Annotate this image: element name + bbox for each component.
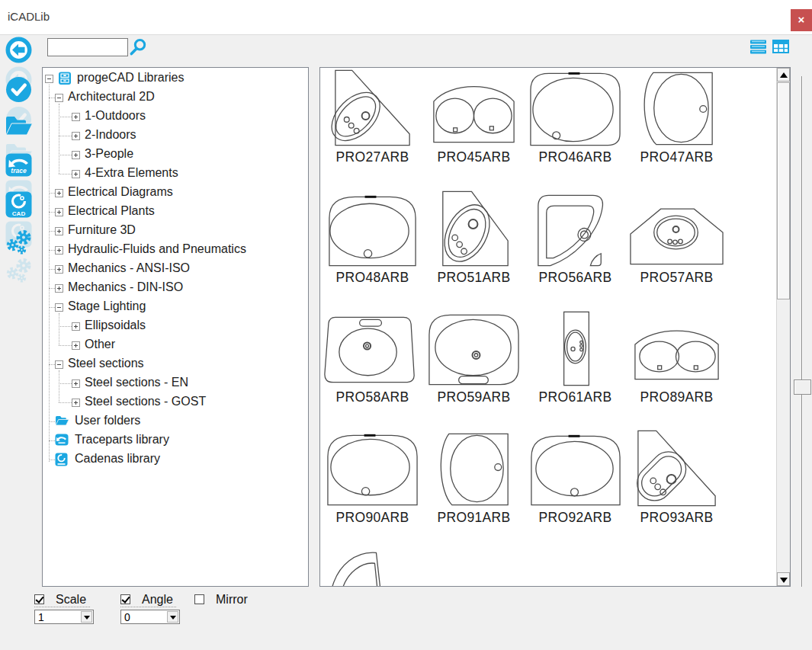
expand-box-icon[interactable] — [72, 322, 80, 331]
tree-item-label[interactable]: Stage Lighting — [68, 299, 146, 313]
tree-item-architectural-2d[interactable]: Architectural 2D — [43, 88, 308, 107]
tree-item-mechanics-din-iso[interactable]: Mechanics - DIN-ISO — [43, 279, 308, 298]
tree-item-label[interactable]: 2-Indoors — [85, 128, 136, 142]
tree-item-label[interactable]: Cadenas library — [75, 452, 160, 466]
expand-box-icon[interactable] — [72, 399, 80, 407]
block-thumbnail-pro57arb[interactable]: PRO57ARB — [626, 189, 727, 309]
tree-item-label[interactable]: Mechanics - DIN-ISO — [68, 280, 183, 294]
collapse-box-icon[interactable] — [55, 94, 63, 102]
tree-item-label[interactable]: Hydraulic-Fluids and Pneumatics — [68, 242, 246, 256]
tree-item-traceparts-library[interactable]: Traceparts library — [43, 431, 308, 450]
block-thumbnail-pro56arb[interactable]: PRO56ARB — [525, 189, 626, 309]
collapse-box-icon[interactable] — [45, 75, 53, 83]
tree-item-4-extra-elements[interactable]: 4-Extra Elements — [43, 165, 308, 184]
expand-box-icon[interactable] — [72, 379, 80, 388]
expand-box-icon[interactable] — [55, 208, 63, 216]
collapse-box-icon[interactable] — [55, 360, 63, 369]
collapse-box-icon[interactable] — [55, 303, 63, 312]
block-thumbnail-pro47arb[interactable]: PRO47ARB — [626, 69, 727, 189]
tree-item-label[interactable]: Other — [85, 338, 115, 351]
block-thumbnail-pro90arb[interactable]: PRO90ARB — [322, 429, 423, 549]
thumbnail-size-slider-track[interactable] — [801, 76, 803, 587]
tree-item-other[interactable]: Other — [43, 336, 308, 355]
tree-item-user-folders[interactable]: User folders — [43, 412, 308, 431]
tree-connector-stub — [49, 459, 55, 460]
tree-item-1-outdoors[interactable]: 1-Outdoors — [43, 107, 308, 126]
icadlib-window: { "window": { "title": "iCADLib" }, "ico… — [0, 0, 812, 650]
tree-item-progecad-libraries[interactable]: progeCAD Libraries — [43, 69, 308, 88]
tree-item-label[interactable]: 1-Outdoors — [85, 109, 146, 123]
expand-box-icon[interactable] — [55, 227, 63, 235]
scale-value: 1 — [38, 611, 44, 623]
list-view-icon[interactable] — [750, 40, 767, 55]
search-input[interactable] — [47, 38, 128, 56]
tree-item-label[interactable]: Electrical Diagrams — [68, 185, 173, 199]
block-thumbnail-pro51arb[interactable]: PRO51ARB — [423, 189, 525, 309]
tree-item-label[interactable]: Furniture 3D — [68, 223, 136, 237]
tree-item-furniture-3d[interactable]: Furniture 3D — [43, 222, 308, 241]
tree-item-3-people[interactable]: 3-People — [43, 146, 308, 165]
expand-box-icon[interactable] — [72, 170, 80, 178]
angle-dropdown[interactable]: 0 — [120, 610, 180, 624]
tree-item-electrical-plants[interactable]: Electrical Plants — [43, 203, 308, 222]
expand-box-icon[interactable] — [72, 341, 80, 350]
angle-dropdown-arrow[interactable] — [167, 611, 178, 623]
tree-item-label[interactable]: Steel sections - EN — [85, 376, 188, 389]
expand-box-icon[interactable] — [55, 265, 63, 274]
search-icon[interactable] — [129, 38, 147, 56]
tree-item-label[interactable]: 3-People — [85, 147, 133, 161]
tree-item-label[interactable]: progeCAD Libraries — [77, 71, 185, 85]
tree-item-cadenas-library[interactable]: Cadenas library — [43, 450, 308, 469]
tree-item-steel-sections-gost[interactable]: Steel sections - GOST — [43, 393, 308, 412]
block-thumbnail-pro58arb[interactable]: PRO58ARB — [322, 309, 423, 429]
tree-item-label[interactable]: Architectural 2D — [68, 90, 155, 104]
expand-box-icon[interactable] — [55, 284, 63, 293]
block-thumbnail-pro61arb[interactable]: PRO61ARB — [525, 309, 626, 429]
block-thumbnail-pro92arb[interactable]: PRO92ARB — [525, 429, 626, 549]
tree-item-label[interactable]: 4-Extra Elements — [85, 166, 178, 180]
tree-item-label[interactable]: Ellipsoidals — [85, 319, 146, 332]
tree-item-stage-lighting[interactable]: Stage Lighting — [43, 298, 308, 317]
block-thumbnail-pro46arb[interactable]: PRO46ARB — [525, 69, 626, 189]
tree-item-mechanics-ansi-iso[interactable]: Mechanics - ANSI-ISO — [43, 260, 308, 279]
tree-item-label[interactable]: Traceparts library — [75, 433, 169, 447]
dome-counter-basin-drawing — [322, 189, 423, 269]
expand-box-icon[interactable] — [72, 151, 80, 159]
scale-dropdown[interactable]: 1 — [34, 610, 94, 624]
tree-item-label[interactable]: User folders — [75, 414, 140, 427]
mirror-checkbox[interactable] — [194, 594, 204, 604]
thumbnail-size-slider-thumb[interactable] — [794, 379, 811, 395]
scroll-down-button[interactable] — [777, 572, 790, 586]
tree-item-hydraulic-fluids-and-pneumatics[interactable]: Hydraulic-Fluids and Pneumatics — [43, 241, 308, 260]
blocks-scrollbar[interactable] — [776, 68, 790, 586]
tree-item-2-indoors[interactable]: 2-Indoors — [43, 126, 308, 146]
block-thumbnail-pro91arb[interactable]: PRO91ARB — [423, 429, 525, 549]
close-button[interactable]: × — [791, 9, 812, 31]
tree-item-label[interactable]: Mechanics - ANSI-ISO — [68, 261, 190, 275]
expand-box-icon[interactable] — [72, 132, 80, 140]
tree-item-label[interactable]: Steel sections - GOST — [85, 395, 206, 408]
block-thumbnail-pro59arb[interactable]: PRO59ARB — [423, 309, 525, 429]
tree-item-electrical-diagrams[interactable]: Electrical Diagrams — [43, 184, 308, 203]
block-thumbnail-pro93arb[interactable]: PRO93ARB — [626, 429, 727, 549]
settings-button[interactable] — [3, 229, 34, 286]
tree-item-steel-sections-en[interactable]: Steel sections - EN — [43, 374, 308, 393]
scrollbar-thumb[interactable] — [777, 82, 790, 299]
expand-box-icon[interactable] — [55, 189, 63, 197]
expand-box-icon[interactable] — [72, 113, 80, 121]
block-thumbnail-pro45arb[interactable]: PRO45ARB — [423, 69, 525, 189]
block-thumbnail-pro89arb[interactable]: PRO89ARB — [626, 309, 727, 429]
tree-item-label[interactable]: Electrical Plants — [68, 204, 155, 218]
block-thumbnail-partial[interactable] — [322, 549, 423, 586]
scale-checkbox[interactable] — [34, 594, 44, 604]
tree-item-ellipsoidals[interactable]: Ellipsoidals — [43, 317, 308, 336]
tree-item-steel-sections[interactable]: Steel sections — [43, 355, 308, 374]
scroll-up-button[interactable] — [777, 68, 790, 82]
thumbnails-view-icon[interactable] — [772, 40, 789, 55]
block-thumbnail-pro48arb[interactable]: PRO48ARB — [322, 189, 423, 309]
tree-item-label[interactable]: Steel sections — [68, 357, 144, 370]
block-thumbnail-pro27arb[interactable]: PRO27ARB — [322, 69, 423, 189]
angle-checkbox[interactable] — [120, 594, 130, 604]
scale-dropdown-arrow[interactable] — [81, 611, 92, 623]
expand-box-icon[interactable] — [55, 246, 63, 255]
